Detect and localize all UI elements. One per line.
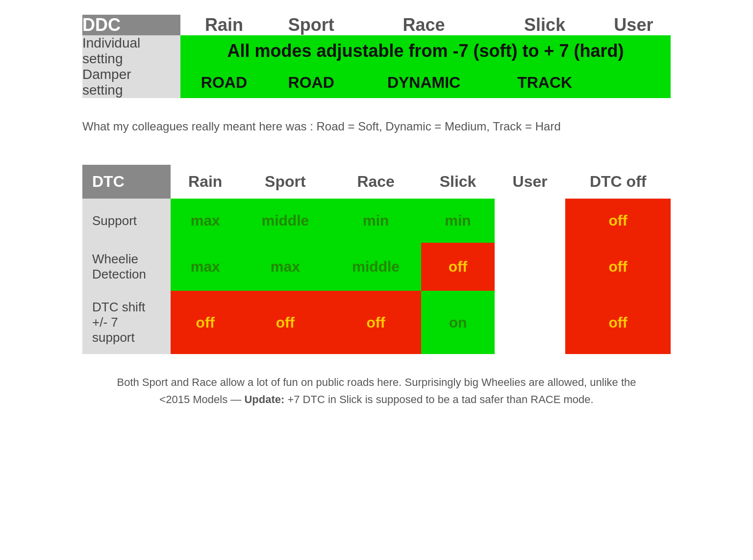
dtc-col-rain: Rain — [171, 165, 240, 199]
dtc-cell-1-1: max — [240, 243, 330, 291]
ddc-col-rain: Rain — [180, 15, 268, 35]
ddc-col-sport: Sport — [268, 15, 355, 35]
dtc-cell-1-2: middle — [330, 243, 421, 291]
ddc-col-race: Race — [355, 15, 493, 35]
dtc-label-0: Support — [82, 199, 171, 243]
dtc-cell-0-2: min — [330, 199, 421, 243]
dtc-label-2: DTC shift+/- 7support — [82, 291, 171, 354]
ddc-damper-race: DYNAMIC — [355, 67, 493, 98]
dtc-row-1: WheelieDetectionmaxmaxmiddleoffoff — [82, 243, 671, 291]
dtc-cell-2-5: off — [565, 291, 671, 354]
dtc-cell-2-3: on — [421, 291, 495, 354]
dtc-cell-0-4 — [495, 199, 565, 243]
dtc-cell-1-3: off — [421, 243, 495, 291]
dtc-label-1: WheelieDetection — [82, 243, 171, 291]
ddc-col-slick: Slick — [493, 15, 596, 35]
dtc-col-slick: Slick — [421, 165, 495, 199]
ddc-row-individual: Individualsetting All modes adjustable f… — [82, 35, 671, 67]
dtc-cell-1-5: off — [565, 243, 671, 291]
dtc-footer-bold: Update: — [244, 393, 284, 406]
ddc-table: DDC Rain Sport Race Slick User Individua… — [82, 15, 671, 98]
dtc-row-0: Supportmaxmiddleminminoff — [82, 199, 671, 243]
ddc-damper-sport: ROAD — [268, 67, 355, 98]
dtc-cell-0-5: off — [565, 199, 671, 243]
dtc-col-race: Race — [330, 165, 421, 199]
ddc-label-individual: Individualsetting — [82, 35, 180, 67]
dtc-row-2: DTC shift+/- 7supportoffoffoffonoff — [82, 291, 671, 354]
ddc-damper-rain: ROAD — [180, 67, 268, 98]
dtc-cell-2-0: off — [171, 291, 240, 354]
dtc-cell-0-3: min — [421, 199, 495, 243]
dtc-col-dtcoff: DTC off — [565, 165, 671, 199]
ddc-merged-cell: All modes adjustable from -7 (soft) to +… — [180, 35, 671, 67]
dtc-cell-1-0: max — [171, 243, 240, 291]
ddc-col-user: User — [597, 15, 671, 35]
content-wrapper: DDC Rain Sport Race Slick User Individua… — [82, 15, 671, 413]
dtc-cell-2-4 — [495, 291, 565, 354]
dtc-cell-2-2: off — [330, 291, 421, 354]
ddc-damper-slick: TRACK — [493, 67, 596, 98]
dtc-cell-2-1: off — [240, 291, 330, 354]
dtc-footer-note: Both Sport and Race allow a lot of fun o… — [82, 369, 671, 413]
dtc-table: DTC Rain Sport Race Slick User DTC off S… — [82, 165, 671, 354]
dtc-cell-0-1: middle — [240, 199, 330, 243]
ddc-note: What my colleagues really meant here was… — [82, 113, 671, 140]
ddc-header: DDC — [82, 15, 180, 35]
dtc-cell-0-0: max — [171, 199, 240, 243]
ddc-label-damper: Dampersetting — [82, 67, 180, 98]
dtc-col-sport: Sport — [240, 165, 330, 199]
ddc-damper-user — [597, 67, 671, 98]
dtc-cell-1-4 — [495, 243, 565, 291]
ddc-row-damper: Dampersetting ROAD ROAD DYNAMIC TRACK — [82, 67, 671, 98]
dtc-col-user: User — [495, 165, 565, 199]
dtc-header: DTC — [82, 165, 171, 199]
